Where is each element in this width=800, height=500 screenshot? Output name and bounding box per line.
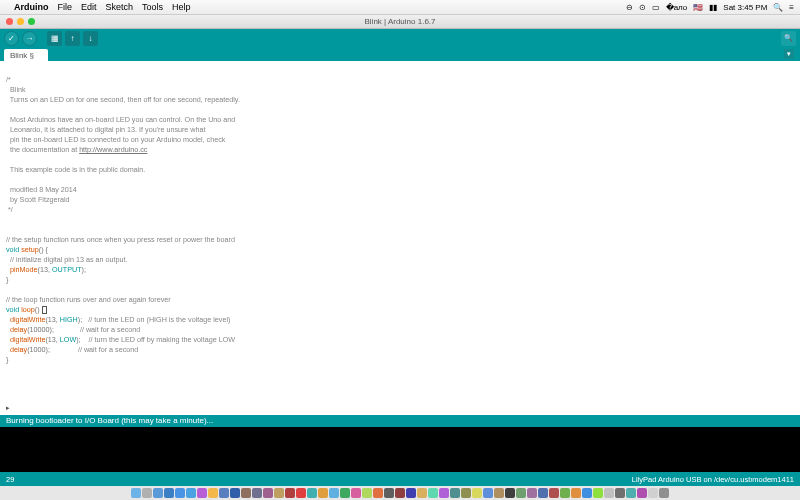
- dock-app-28[interactable]: [439, 488, 449, 498]
- dock-app-8[interactable]: [219, 488, 229, 498]
- zoom-icon[interactable]: [28, 18, 35, 25]
- status-flag-icon[interactable]: 🇺🇸: [693, 3, 703, 12]
- menu-file[interactable]: File: [58, 2, 73, 12]
- toolbar: ✓ → ▦ ↑ ↓ 🔍: [0, 29, 800, 47]
- dock-app-15[interactable]: [296, 488, 306, 498]
- status-display-icon[interactable]: ▭: [652, 3, 660, 12]
- dock-app-5[interactable]: [186, 488, 196, 498]
- dock-app-11[interactable]: [252, 488, 262, 498]
- menu-edit[interactable]: Edit: [81, 2, 97, 12]
- open-button[interactable]: ↑: [65, 31, 80, 46]
- dock-app-22[interactable]: [373, 488, 383, 498]
- console-output[interactable]: [0, 427, 800, 472]
- status-clock[interactable]: Sat 3:45 PM: [723, 3, 767, 12]
- dock-app-37[interactable]: [538, 488, 548, 498]
- status-message: Burning bootloader to I/O Board (this ma…: [0, 415, 800, 427]
- window-titlebar[interactable]: Blink | Arduino 1.6.7: [0, 15, 800, 29]
- dock-app-40[interactable]: [571, 488, 581, 498]
- status-battery-icon[interactable]: ▮▮: [709, 3, 717, 12]
- app-menu[interactable]: Arduino: [14, 2, 49, 12]
- dock-app-18[interactable]: [329, 488, 339, 498]
- upload-button[interactable]: →: [22, 31, 37, 46]
- dock-app-27[interactable]: [428, 488, 438, 498]
- dock-app-36[interactable]: [527, 488, 537, 498]
- dock-app-23[interactable]: [384, 488, 394, 498]
- dock-app-35[interactable]: [516, 488, 526, 498]
- macos-dock[interactable]: [0, 486, 800, 500]
- new-button[interactable]: ▦: [47, 31, 62, 46]
- dock-app-33[interactable]: [494, 488, 504, 498]
- dock-app-16[interactable]: [307, 488, 317, 498]
- status-bar: 29 LilyPad Arduino USB on /dev/cu.usbmod…: [0, 472, 800, 486]
- status-sync-icon[interactable]: ⊙: [639, 3, 646, 12]
- dock-app-21[interactable]: [362, 488, 372, 498]
- text-cursor: [42, 306, 47, 314]
- dock-app-24[interactable]: [395, 488, 405, 498]
- board-port: LilyPad Arduino USB on /dev/cu.usbmodem1…: [632, 475, 794, 484]
- dock-app-0[interactable]: [131, 488, 141, 498]
- dock-app-14[interactable]: [285, 488, 295, 498]
- dock-app-41[interactable]: [582, 488, 592, 498]
- dock-app-12[interactable]: [263, 488, 273, 498]
- menu-sketch[interactable]: Sketch: [106, 2, 134, 12]
- dock-app-1[interactable]: [142, 488, 152, 498]
- menu-help[interactable]: Help: [172, 2, 191, 12]
- editor-caret-marker: ▸: [6, 403, 10, 413]
- dock-app-43[interactable]: [604, 488, 614, 498]
- dock-app-48[interactable]: [659, 488, 669, 498]
- dock-app-38[interactable]: [549, 488, 559, 498]
- close-icon[interactable]: [6, 18, 13, 25]
- verify-button[interactable]: ✓: [4, 31, 19, 46]
- status-spotlight-icon[interactable]: 🔍: [773, 3, 783, 12]
- dock-app-20[interactable]: [351, 488, 361, 498]
- status-dnd-icon[interactable]: ⊖: [626, 3, 633, 12]
- code-editor[interactable]: /* Blink Turns on an LED on for one seco…: [0, 61, 800, 415]
- dock-app-32[interactable]: [483, 488, 493, 498]
- dock-app-17[interactable]: [318, 488, 328, 498]
- status-notifications-icon[interactable]: ≡: [789, 3, 794, 12]
- status-wifi-icon[interactable]: �ало: [666, 3, 688, 12]
- dock-app-13[interactable]: [274, 488, 284, 498]
- dock-app-7[interactable]: [208, 488, 218, 498]
- tab-menu-button[interactable]: ▾: [784, 49, 794, 59]
- save-button[interactable]: ↓: [83, 31, 98, 46]
- tab-bar: Blink § ▾: [0, 47, 800, 61]
- dock-app-47[interactable]: [648, 488, 658, 498]
- dock-app-42[interactable]: [593, 488, 603, 498]
- macos-menubar: Arduino File Edit Sketch Tools Help ⊖ ⊙ …: [0, 0, 800, 15]
- dock-app-46[interactable]: [637, 488, 647, 498]
- dock-app-9[interactable]: [230, 488, 240, 498]
- window-title: Blink | Arduino 1.6.7: [364, 17, 435, 26]
- dock-app-39[interactable]: [560, 488, 570, 498]
- dock-app-19[interactable]: [340, 488, 350, 498]
- serial-monitor-button[interactable]: 🔍: [781, 31, 796, 46]
- tab-blink[interactable]: Blink §: [4, 49, 48, 61]
- dock-app-26[interactable]: [417, 488, 427, 498]
- dock-app-4[interactable]: [175, 488, 185, 498]
- menu-tools[interactable]: Tools: [142, 2, 163, 12]
- dock-app-3[interactable]: [164, 488, 174, 498]
- dock-app-30[interactable]: [461, 488, 471, 498]
- dock-app-34[interactable]: [505, 488, 515, 498]
- dock-app-10[interactable]: [241, 488, 251, 498]
- dock-app-44[interactable]: [615, 488, 625, 498]
- dock-app-45[interactable]: [626, 488, 636, 498]
- dock-app-2[interactable]: [153, 488, 163, 498]
- line-number: 29: [6, 475, 14, 484]
- minimize-icon[interactable]: [17, 18, 24, 25]
- dock-app-31[interactable]: [472, 488, 482, 498]
- dock-app-29[interactable]: [450, 488, 460, 498]
- dock-app-6[interactable]: [197, 488, 207, 498]
- dock-app-25[interactable]: [406, 488, 416, 498]
